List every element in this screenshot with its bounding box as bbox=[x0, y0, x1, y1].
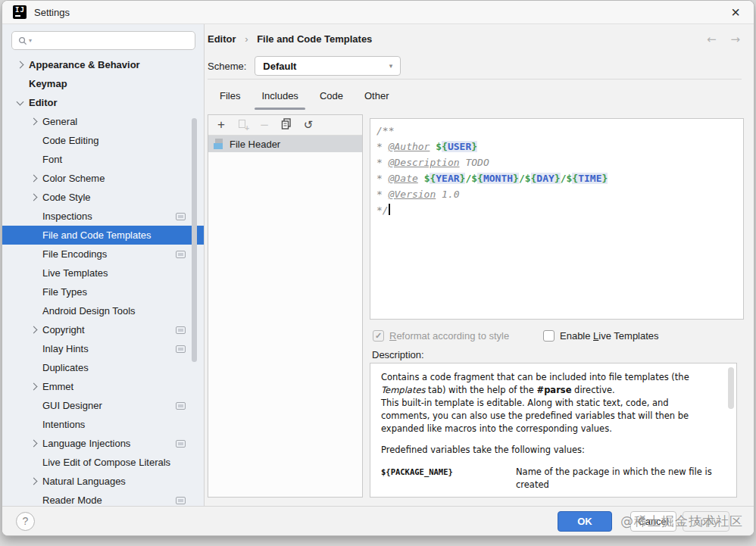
chevron-right-icon[interactable] bbox=[28, 116, 41, 128]
sidebar-item-label: General bbox=[42, 116, 77, 127]
divider bbox=[208, 79, 742, 80]
sidebar-item-reader-mode[interactable]: Reader Mode bbox=[2, 491, 204, 506]
sidebar-item-file-types[interactable]: File Types bbox=[2, 282, 204, 301]
chevron-spacer bbox=[28, 248, 41, 261]
sidebar-item-duplicates[interactable]: Duplicates bbox=[2, 358, 204, 377]
chevron-spacer bbox=[28, 400, 41, 412]
add-child-template-icon[interactable]: + bbox=[237, 120, 248, 131]
sidebar-item-code-editing[interactable]: Code Editing bbox=[2, 131, 204, 150]
chevron-spacer bbox=[28, 154, 41, 166]
predefined-variable-row: ${PACKAGE_NAME}Name of the package in wh… bbox=[381, 466, 717, 491]
code-line: * @Version 1.0 bbox=[376, 186, 737, 202]
sidebar-item-android-design-tools[interactable]: Android Design Tools bbox=[2, 301, 204, 320]
sidebar-item-live-edit-of-compose-literals[interactable]: Live Edit of Compose Literals bbox=[2, 453, 204, 472]
breadcrumb-editor[interactable]: Editor bbox=[208, 33, 236, 45]
current-project-only-icon bbox=[176, 213, 186, 220]
search-input[interactable]: ▾ bbox=[11, 31, 195, 50]
chevron-right-icon[interactable] bbox=[14, 59, 27, 71]
sidebar-item-inspections[interactable]: Inspections bbox=[2, 207, 204, 226]
sidebar-item-editor[interactable]: Editor bbox=[2, 93, 204, 112]
titlebar: IJ Settings × bbox=[2, 1, 754, 24]
sidebar-item-file-encodings[interactable]: File Encodings bbox=[2, 245, 204, 264]
intellij-logo-icon: IJ bbox=[13, 5, 27, 19]
sidebar-scrollbar[interactable] bbox=[192, 118, 197, 362]
sidebar-item-label: Inlay Hints bbox=[42, 343, 89, 354]
template-item-label: File Header bbox=[230, 139, 280, 150]
include-template-icon bbox=[214, 139, 225, 150]
back-arrow-icon[interactable]: ← bbox=[707, 33, 717, 46]
sidebar-item-inlay-hints[interactable]: Inlay Hints bbox=[2, 339, 204, 358]
search-history-caret-icon[interactable]: ▾ bbox=[29, 37, 32, 44]
sidebar-item-label: Duplicates bbox=[42, 362, 89, 373]
chevron-spacer bbox=[28, 419, 41, 431]
description-scrollbar[interactable] bbox=[728, 367, 734, 409]
description-paragraph: Predefined variables take the following … bbox=[381, 444, 717, 457]
description-paragraph: Contains a code fragment that can be inc… bbox=[381, 371, 717, 397]
help-button[interactable]: ? bbox=[16, 512, 35, 531]
sidebar-item-label: Language Injections bbox=[42, 438, 130, 449]
chevron-right-icon[interactable] bbox=[28, 192, 41, 204]
chevron-spacer bbox=[14, 78, 27, 90]
template-list-panel: + + − ↺ File Header bbox=[208, 114, 363, 498]
sidebar-item-label: Live Edit of Compose Literals bbox=[42, 457, 170, 468]
cancel-button[interactable]: Cancel bbox=[630, 511, 676, 532]
sidebar-item-gui-designer[interactable]: GUI Designer bbox=[2, 396, 204, 415]
chevron-right-icon[interactable] bbox=[28, 173, 41, 185]
ok-button[interactable]: OK bbox=[558, 511, 612, 532]
chevron-spacer bbox=[28, 457, 41, 469]
text-caret bbox=[389, 204, 390, 215]
reformat-checkbox[interactable]: ✓ Reformat according to style bbox=[373, 330, 509, 342]
template-item-file-header[interactable]: File Header bbox=[208, 136, 362, 152]
description-panel: Contains a code fragment that can be inc… bbox=[370, 363, 737, 498]
chevron-right-icon[interactable] bbox=[28, 476, 41, 488]
sidebar-item-intentions[interactable]: Intentions bbox=[2, 415, 204, 434]
tab-includes[interactable]: Includes bbox=[251, 84, 308, 110]
sidebar-item-language-injections[interactable]: Language Injections bbox=[2, 434, 204, 453]
sidebar-item-general[interactable]: General bbox=[2, 112, 204, 131]
sidebar-item-code-style[interactable]: Code Style bbox=[2, 188, 204, 207]
sidebar-item-label: Editor bbox=[29, 97, 58, 108]
chevron-right-icon[interactable] bbox=[28, 381, 41, 393]
chevron-down-icon[interactable] bbox=[14, 97, 27, 109]
sidebar-item-copyright[interactable]: Copyright bbox=[2, 320, 204, 339]
remove-template-icon[interactable]: − bbox=[258, 119, 270, 131]
chevron-spacer bbox=[28, 135, 41, 147]
settings-sidebar: ▾ Appearance & BehaviorKeymapEditorGener… bbox=[2, 24, 205, 506]
chevron-right-icon[interactable] bbox=[28, 324, 41, 336]
sidebar-item-color-scheme[interactable]: Color Scheme bbox=[2, 169, 204, 188]
chevron-right-icon[interactable] bbox=[28, 438, 41, 450]
description-paragraph: This built-in template is editable. Alon… bbox=[381, 397, 717, 435]
tab-files[interactable]: Files bbox=[209, 84, 251, 110]
sidebar-item-font[interactable]: Font bbox=[2, 150, 204, 169]
close-icon[interactable]: × bbox=[728, 5, 743, 20]
chevron-spacer bbox=[28, 267, 41, 279]
tab-code[interactable]: Code bbox=[309, 84, 354, 110]
chevron-spacer bbox=[28, 495, 41, 507]
forward-arrow-icon[interactable]: → bbox=[730, 33, 740, 46]
sidebar-item-natural-languages[interactable]: Natural Languages bbox=[2, 472, 204, 491]
sidebar-item-label: Copyright bbox=[42, 324, 85, 335]
code-line: * @Author ${USER} bbox=[376, 139, 737, 154]
add-template-icon[interactable]: + bbox=[215, 119, 227, 131]
variable-description: Name of the package in which the new fil… bbox=[516, 466, 717, 491]
chevron-down-icon: ▾ bbox=[389, 62, 393, 70]
apply-button[interactable]: Apply bbox=[683, 511, 729, 532]
sidebar-item-appearance-behavior[interactable]: Appearance & Behavior bbox=[2, 55, 204, 74]
sidebar-item-label: Keymap bbox=[29, 78, 67, 89]
chevron-spacer bbox=[28, 362, 41, 374]
template-editor[interactable]: /*** @Author ${USER}* @Description TODO*… bbox=[370, 118, 744, 320]
sidebar-item-label: Code Style bbox=[42, 192, 91, 203]
scheme-select[interactable]: Default ▾ bbox=[255, 56, 401, 76]
sidebar-item-live-templates[interactable]: Live Templates bbox=[2, 264, 204, 282]
reset-to-default-icon[interactable]: ↺ bbox=[302, 119, 314, 131]
sidebar-item-emmet[interactable]: Emmet bbox=[2, 377, 204, 396]
breadcrumb-page: File and Code Templates bbox=[257, 33, 372, 45]
sidebar-item-keymap[interactable]: Keymap bbox=[2, 74, 204, 93]
sidebar-item-file-and-code-templates[interactable]: File and Code Templates bbox=[2, 226, 204, 245]
code-line: * @Date ${YEAR}/${MONTH}/${DAY}/${TIME} bbox=[376, 170, 737, 186]
checkbox-unchecked-icon bbox=[543, 330, 555, 342]
tab-other[interactable]: Other bbox=[354, 84, 400, 110]
scheme-row: Scheme: Default ▾ bbox=[208, 56, 401, 76]
enable-live-templates-checkbox[interactable]: Enable Live Templates bbox=[543, 330, 659, 342]
copy-template-icon[interactable] bbox=[280, 118, 292, 132]
